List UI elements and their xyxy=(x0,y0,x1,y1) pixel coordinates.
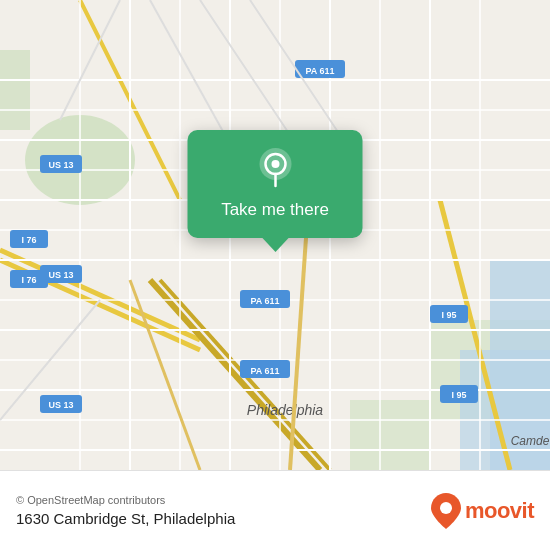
svg-text:Philadelphia: Philadelphia xyxy=(247,402,323,418)
popup-card[interactable]: Take me there xyxy=(188,130,363,238)
svg-point-68 xyxy=(271,160,279,168)
svg-text:PA 611: PA 611 xyxy=(250,296,279,306)
svg-text:US 13: US 13 xyxy=(48,270,73,280)
svg-text:PA 611: PA 611 xyxy=(250,366,279,376)
moovit-logo: moovit xyxy=(431,493,534,529)
moovit-brand-text: moovit xyxy=(465,498,534,524)
popup-label: Take me there xyxy=(221,200,329,220)
svg-rect-4 xyxy=(350,400,430,470)
svg-text:US 13: US 13 xyxy=(48,400,73,410)
address-label: 1630 Cambridge St, Philadelphia xyxy=(16,510,235,527)
svg-text:I 95: I 95 xyxy=(441,310,456,320)
svg-text:I 76: I 76 xyxy=(21,235,36,245)
moovit-pin-icon xyxy=(431,493,461,529)
svg-text:PA 611: PA 611 xyxy=(305,66,334,76)
map-attribution: © OpenStreetMap contributors xyxy=(16,494,235,506)
svg-rect-2 xyxy=(0,50,30,130)
svg-text:Camde: Camde xyxy=(511,434,550,448)
bottom-bar: © OpenStreetMap contributors 1630 Cambri… xyxy=(0,470,550,550)
bottom-left-info: © OpenStreetMap contributors 1630 Cambri… xyxy=(16,494,235,527)
location-pin-icon xyxy=(253,146,297,190)
svg-text:I 95: I 95 xyxy=(451,390,466,400)
map-container: PA 611 PA 611 PA 611 PA 611 US 13 US 13 … xyxy=(0,0,550,470)
svg-point-69 xyxy=(440,502,452,514)
svg-text:I 76: I 76 xyxy=(21,275,36,285)
svg-text:US 13: US 13 xyxy=(48,160,73,170)
